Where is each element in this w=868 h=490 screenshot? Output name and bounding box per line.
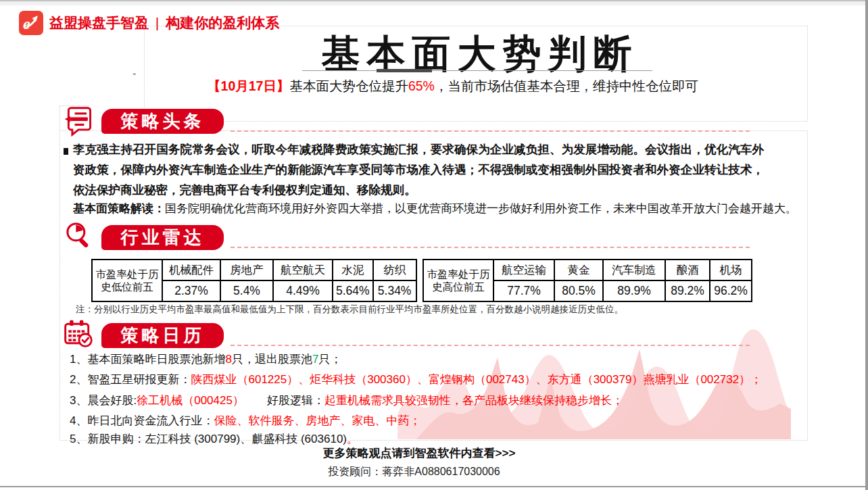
brand-slogan: 构建你的盈利体系 (166, 15, 279, 30)
calendar-item-4: 4、昨日北向资金流入行业：保险、软件服务、房地产、家电、中药； (70, 413, 420, 428)
brand-text: 益盟操盘手智盈 | 构建你的盈利体系 (49, 14, 279, 32)
pe-high-col-value: 89.2% (665, 280, 710, 301)
more-cta-text: 更多策略观点请到智盈软件内查看>>> (0, 445, 838, 461)
dashed-divider-headline (231, 130, 750, 132)
position-summary: 【10月17日】基本面大势仓位提升65%，当前市场估值基本合理，维持中性仓位即可 (61, 77, 845, 95)
brand-separator: | (155, 15, 159, 30)
bullet-square (64, 148, 68, 155)
pe-high-col-name: 酿酒 (665, 260, 710, 280)
pe-high-col-name: 机场 (710, 260, 752, 280)
slide-canvas: e 益盟操盘手智盈 | 构建你的盈利体系 基本面大势判断 - 【10月17日】基… (0, 0, 868, 490)
pe-low-col-value: 5.4% (220, 280, 273, 301)
document-pen-icon (64, 105, 95, 137)
calendar-item-1: 1、基本面策略昨日股票池新增8只，退出股票池7只； (70, 351, 341, 367)
pe-low-col-name: 纺织 (373, 260, 416, 280)
brand-bar: e 益盟操盘手智盈 | 构建你的盈利体系 (19, 11, 279, 35)
pe-high-table: 市盈率处于历史高位前五 航空运输 黄金 汽车制造 酿酒 机场 77.7% 80.… (423, 259, 752, 302)
calendar-check-icon (63, 318, 94, 349)
headline-news: 李克强主持召开国务院常务会议，听取今年减税降费政策实施汇报，要求确保为企业减负担… (73, 139, 764, 200)
section-badge-radar: 行业雷达 (101, 225, 224, 250)
headline-interpretation: 基本面策略解读：国务院明确优化营商环境用好外资四大举措，以更优营商环境进一步做好… (73, 201, 790, 216)
pe-low-col-name: 机械配件 (162, 260, 220, 280)
pe-high-col-name: 黄金 (554, 260, 603, 280)
brand-logo-icon: e (19, 11, 43, 35)
calendar-item-2: 2、智盈五星研报更新：陕西煤业（601225）、炬华科技（300360）、富煌钢… (70, 372, 762, 387)
advisor-credential: 投资顾问：蒋弈非A0880617030006 (0, 465, 828, 479)
brand-name: 益盟操盘手智盈 (49, 15, 149, 30)
svg-text:e: e (23, 15, 30, 32)
section-badge-headline: 策略头条 (101, 109, 224, 134)
pe-low-col-value: 4.49% (273, 280, 333, 301)
window-top-strip (0, 1, 868, 5)
pe-low-col-name: 航空航天 (273, 260, 333, 280)
pe-high-col-name: 汽车制造 (603, 260, 665, 280)
pe-table-note: 注：分别以行业历史平均市盈率最高值和最低值为上下限，百分数表示目前行业平均市盈率… (76, 303, 623, 316)
pe-high-label: 市盈率处于历史高位前五 (423, 260, 493, 301)
window-right-edge (865, 0, 868, 490)
pe-high-col-value: 77.7% (493, 280, 554, 301)
title-underline-accent (377, 69, 432, 72)
pe-low-label: 市盈率处于历史低位前五 (92, 260, 162, 301)
calendar-item-5: 5、新股申购：左江科技 (300799)、麒盛科技 (603610)。 (70, 431, 358, 447)
pe-low-col-name: 房地产 (220, 260, 273, 280)
title-underline (302, 70, 652, 71)
pe-high-col-value: 80.5% (554, 280, 603, 301)
pe-high-col-value: 89.9% (603, 280, 665, 301)
pe-low-table: 市盈率处于历史低位前五 机械配件 房地产 航空航天 水泥 纺织 2.37% 5.… (91, 259, 417, 302)
page-title: 基本面大势判断 (281, 28, 679, 80)
section-badge-calendar: 策略日历 (101, 323, 224, 348)
magnifier-pie-icon (63, 220, 94, 251)
pe-low-col-name: 水泥 (333, 260, 373, 280)
window-bottom-edge (0, 486, 868, 487)
dashed-divider-calendar (231, 345, 750, 346)
dashed-divider-radar (231, 247, 750, 248)
calendar-item-3: 3、晨会好股:徐工机械（000425） 好股逻辑：起重机械需求具较强韧性，各产品… (70, 393, 623, 408)
pe-low-col-value: 5.34% (373, 280, 416, 301)
pe-high-col-name: 航空运输 (493, 260, 554, 280)
pe-low-col-value: 2.37% (162, 280, 220, 301)
pe-low-col-value: 5.64% (333, 280, 373, 301)
pe-high-col-value: 96.2% (710, 280, 752, 301)
